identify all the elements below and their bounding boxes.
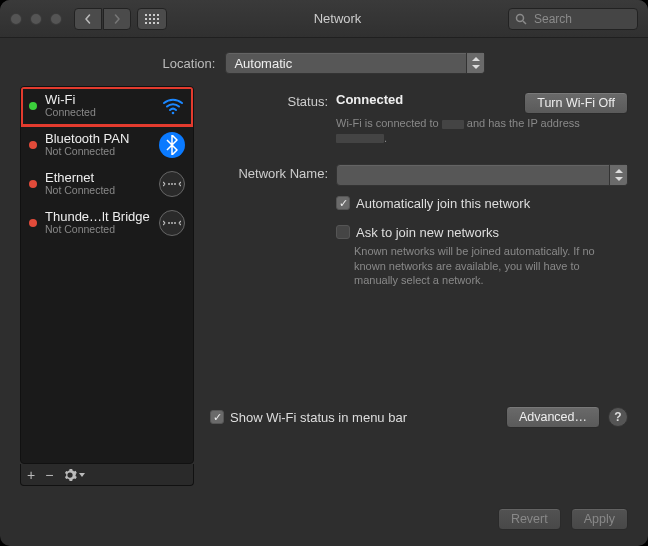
window-action-bar: Revert Apply xyxy=(0,498,648,546)
interface-actions-menu[interactable] xyxy=(63,468,85,482)
ask-join-checkbox[interactable] xyxy=(336,225,350,239)
network-name-select[interactable] xyxy=(336,164,628,186)
svg-point-6 xyxy=(168,222,170,224)
svg-point-3 xyxy=(168,183,170,185)
sidebar-item-name: Wi-Fi xyxy=(45,93,153,107)
sidebar-item-name: Bluetooth PAN xyxy=(45,132,151,146)
wifi-icon xyxy=(161,94,185,118)
search-field[interactable] xyxy=(508,8,638,30)
nav-buttons xyxy=(74,8,131,30)
sidebar-item-status: Not Connected xyxy=(45,224,151,236)
help-button[interactable]: ? xyxy=(608,407,628,427)
status-dot-icon xyxy=(29,180,37,188)
status-value: Connected xyxy=(336,92,403,107)
ask-join-label: Ask to join new networks xyxy=(356,225,499,240)
sidebar-item-name: Ethernet xyxy=(45,171,151,185)
sidebar-item-bluetooth-pan[interactable]: Bluetooth PAN Not Connected xyxy=(21,126,193,165)
status-label: Status: xyxy=(210,92,336,146)
titlebar: Network xyxy=(0,0,648,38)
location-row: Location: Automatic xyxy=(0,38,648,86)
svg-line-1 xyxy=(523,21,526,24)
show-wifi-menu-checkbox-row[interactable]: Show Wi-Fi status in menu bar xyxy=(210,410,407,425)
ask-join-checkbox-row[interactable]: Ask to join new networks xyxy=(336,225,628,240)
remove-interface-button[interactable]: − xyxy=(45,468,53,482)
svg-point-4 xyxy=(171,183,173,185)
auto-join-label: Automatically join this network xyxy=(356,196,530,211)
zoom-window-button[interactable] xyxy=(50,13,62,25)
sidebar-item-ethernet[interactable]: Ethernet Not Connected xyxy=(21,165,193,204)
sidebar-item-wifi[interactable]: Wi-Fi Connected xyxy=(21,87,193,126)
network-preferences-window: Network Location: Automatic Wi-Fi C xyxy=(0,0,648,546)
search-icon xyxy=(515,13,527,25)
grid-icon xyxy=(145,14,159,24)
location-value: Automatic xyxy=(234,56,292,71)
svg-point-7 xyxy=(171,222,173,224)
close-window-button[interactable] xyxy=(10,13,22,25)
sidebar-item-name: Thunde…lt Bridge xyxy=(45,210,151,224)
detail-pane: Status: Connected Turn Wi-Fi Off Wi-Fi i… xyxy=(210,86,628,486)
location-select[interactable]: Automatic xyxy=(225,52,485,74)
thunderbolt-icon xyxy=(159,210,185,236)
bluetooth-icon xyxy=(159,132,185,158)
location-label: Location: xyxy=(163,56,216,71)
show-wifi-menu-checkbox[interactable] xyxy=(210,410,224,424)
add-interface-button[interactable]: + xyxy=(27,468,35,482)
sidebar-item-status: Connected xyxy=(45,107,153,119)
search-input[interactable] xyxy=(532,11,631,27)
chevron-down-icon xyxy=(79,473,85,477)
svg-point-0 xyxy=(517,14,524,21)
turn-wifi-off-button[interactable]: Turn Wi-Fi Off xyxy=(524,92,628,114)
select-stepper-icon xyxy=(466,53,484,73)
status-description: Wi-Fi is connected to and has the IP add… xyxy=(336,116,606,146)
advanced-button[interactable]: Advanced… xyxy=(506,406,600,428)
show-wifi-menu-label: Show Wi-Fi status in menu bar xyxy=(230,410,407,425)
auto-join-checkbox-row[interactable]: Automatically join this network xyxy=(336,196,628,211)
select-stepper-icon xyxy=(609,165,627,185)
sidebar-item-status: Not Connected xyxy=(45,185,151,197)
status-dot-icon xyxy=(29,102,37,110)
forward-button[interactable] xyxy=(103,8,131,30)
network-name-label: Network Name: xyxy=(210,164,336,186)
status-dot-icon xyxy=(29,219,37,227)
window-title: Network xyxy=(167,11,508,26)
status-dot-icon xyxy=(29,141,37,149)
gear-icon xyxy=(63,468,77,482)
svg-point-5 xyxy=(174,183,176,185)
apply-button[interactable]: Apply xyxy=(571,508,628,530)
sidebar-item-thunderbolt-bridge[interactable]: Thunde…lt Bridge Not Connected xyxy=(21,204,193,243)
ask-join-help-text: Known networks will be joined automatica… xyxy=(354,244,614,289)
svg-point-2 xyxy=(172,112,175,115)
show-all-button[interactable] xyxy=(137,8,167,30)
sidebar-toolbar: + − xyxy=(20,464,194,486)
revert-button[interactable]: Revert xyxy=(498,508,561,530)
back-button[interactable] xyxy=(74,8,102,30)
interface-list: Wi-Fi Connected xyxy=(20,86,194,464)
ethernet-icon xyxy=(159,171,185,197)
svg-point-8 xyxy=(174,222,176,224)
sidebar-item-status: Not Connected xyxy=(45,146,151,158)
detail-footer: Show Wi-Fi status in menu bar Advanced… … xyxy=(210,406,628,432)
window-controls xyxy=(10,13,62,25)
auto-join-checkbox[interactable] xyxy=(336,196,350,210)
minimize-window-button[interactable] xyxy=(30,13,42,25)
sidebar: Wi-Fi Connected xyxy=(20,86,194,486)
